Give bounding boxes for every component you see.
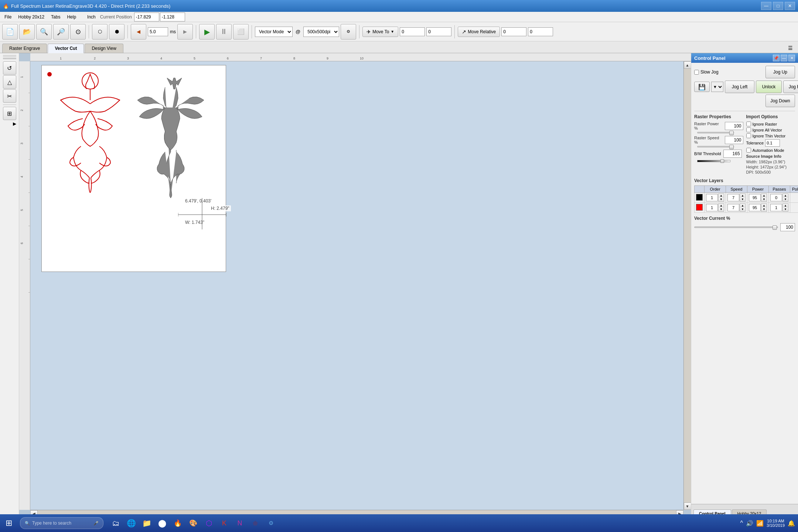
- tab-vector-cut[interactable]: Vector Cut: [48, 44, 84, 53]
- bw-slider[interactable]: [697, 160, 730, 162]
- speed-up-2[interactable]: ▲: [740, 204, 745, 208]
- menu-help[interactable]: Help: [64, 13, 79, 21]
- red-vector-shape[interactable]: [46, 71, 134, 196]
- power-input-1[interactable]: [749, 194, 761, 201]
- scroll-track-v[interactable]: [684, 69, 691, 502]
- gray-raster-shape[interactable]: [130, 76, 211, 198]
- bw-slider-thumb[interactable]: [720, 159, 724, 163]
- power-slider-thumb[interactable]: [729, 131, 734, 135]
- order-input-2[interactable]: [706, 204, 718, 211]
- passes-up-2[interactable]: ▲: [783, 204, 788, 208]
- order-down-2[interactable]: ▼: [719, 208, 724, 211]
- move-to-y-input[interactable]: [426, 27, 451, 36]
- speed-spin-2[interactable]: ▲ ▼: [740, 204, 746, 212]
- order-up-1[interactable]: ▲: [719, 194, 724, 198]
- speed-spin-1[interactable]: ▲ ▼: [740, 194, 746, 202]
- order-spin-1[interactable]: ▲ ▼: [718, 194, 724, 202]
- red-swatch[interactable]: [696, 204, 703, 211]
- power-slider[interactable]: [697, 132, 734, 133]
- y-coord-input[interactable]: [160, 13, 185, 21]
- jog-left-button[interactable]: Jog Left: [725, 81, 754, 93]
- save-button[interactable]: 💾: [694, 82, 710, 92]
- app1-button[interactable]: 🔥: [170, 514, 185, 532]
- dpi-settings-button[interactable]: ⚙: [341, 24, 356, 40]
- jog-up-button[interactable]: Jog Up: [765, 66, 795, 78]
- select-tool[interactable]: ↺: [3, 61, 16, 75]
- passes-input-1[interactable]: [770, 194, 782, 201]
- passes-spin-2[interactable]: ▲ ▼: [782, 204, 788, 212]
- chrome-button[interactable]: ⬤: [154, 514, 170, 532]
- vertical-scrollbar[interactable]: ▲ ▼: [683, 61, 691, 510]
- maximize-button[interactable]: □: [773, 2, 783, 10]
- vector-current-thumb[interactable]: [773, 225, 777, 230]
- stop-button[interactable]: ⬜: [233, 24, 249, 40]
- search-input[interactable]: [32, 521, 91, 526]
- passes-down-2[interactable]: ▼: [783, 208, 788, 211]
- edge-button[interactable]: 🌐: [123, 514, 139, 532]
- clock[interactable]: 10:19 AM 3/10/2019: [767, 519, 785, 528]
- ignore-thin-vector-checkbox[interactable]: [746, 133, 751, 138]
- black-swatch[interactable]: [696, 194, 703, 201]
- notifications-icon[interactable]: 🔔: [788, 520, 795, 527]
- vector-current-input[interactable]: [780, 223, 795, 231]
- slow-jog-checkbox[interactable]: [694, 70, 699, 75]
- speaker-icon[interactable]: 🔊: [746, 520, 753, 527]
- pause-button[interactable]: ⏸: [216, 24, 232, 40]
- slow-jog-checkbox-label[interactable]: Slow Jog: [694, 69, 719, 75]
- settings-icon[interactable]: ☰: [785, 43, 796, 53]
- app3-button[interactable]: ⬡: [201, 514, 216, 532]
- layer-color-black[interactable]: [695, 193, 705, 203]
- power-input-2[interactable]: [749, 204, 761, 211]
- speed-left-button[interactable]: ◀: [131, 24, 146, 40]
- power-spin-2[interactable]: ▲ ▼: [761, 204, 767, 212]
- tolerance-input[interactable]: [765, 139, 780, 147]
- vector-current-slider[interactable]: [694, 226, 778, 228]
- bw-input[interactable]: [723, 150, 742, 158]
- jog-right-button[interactable]: Jog Right: [783, 81, 798, 93]
- ms-value-input[interactable]: [148, 27, 168, 36]
- network-icon[interactable]: 📶: [756, 520, 764, 527]
- expand-button[interactable]: ▶: [3, 121, 16, 127]
- order-up-2[interactable]: ▲: [719, 204, 724, 208]
- menu-tabs[interactable]: Tabs: [48, 13, 63, 21]
- power-input[interactable]: [725, 122, 743, 130]
- search-bar[interactable]: 🔍 🎤: [20, 517, 103, 529]
- close-button[interactable]: ✕: [785, 2, 795, 10]
- cp-minimize-button[interactable]: —: [781, 55, 787, 61]
- speed-slider[interactable]: [697, 146, 734, 147]
- mode-select[interactable]: Vector Mode: [255, 27, 293, 37]
- power-up-2[interactable]: ▲: [761, 204, 767, 208]
- laser-app-button[interactable]: ⚙: [263, 514, 279, 532]
- tool-b[interactable]: ⬢: [109, 24, 125, 40]
- zoom-fit-button[interactable]: ⊙: [70, 24, 86, 40]
- power-down-1[interactable]: ▼: [761, 198, 767, 201]
- speed-input[interactable]: [725, 136, 743, 144]
- folder-button[interactable]: 📁: [139, 514, 154, 532]
- x-coord-input[interactable]: [134, 13, 159, 21]
- tray-arrow[interactable]: ^: [740, 520, 743, 526]
- jog-down-button[interactable]: Jog Down: [765, 95, 795, 107]
- menu-hobby[interactable]: Hobby 20x12: [15, 13, 47, 21]
- passes-down-1[interactable]: ▼: [783, 198, 788, 201]
- ruler-tool[interactable]: ⊞: [3, 107, 16, 120]
- move-to-button[interactable]: ✈ Move To ▼: [362, 27, 398, 37]
- app2-button[interactable]: 🎨: [185, 514, 201, 532]
- speed-slider-thumb[interactable]: [729, 145, 734, 149]
- cp-pin-button[interactable]: 📌: [773, 55, 780, 61]
- app4-button[interactable]: K: [216, 514, 232, 532]
- app6-button[interactable]: ⬟: [248, 514, 263, 532]
- order-input-1[interactable]: [706, 194, 718, 201]
- speed-input-2[interactable]: [727, 204, 739, 211]
- new-button[interactable]: 📄: [2, 24, 18, 40]
- zoom-in-button[interactable]: 🔍: [36, 24, 52, 40]
- speed-down-2[interactable]: ▼: [740, 208, 745, 211]
- move-tool[interactable]: △: [3, 75, 16, 89]
- app5-button[interactable]: N: [232, 514, 248, 532]
- speed-input-1[interactable]: [727, 194, 739, 201]
- speed-right-button[interactable]: ▶: [177, 24, 193, 40]
- move-to-x-input[interactable]: [400, 27, 425, 36]
- save-dropdown[interactable]: ▼: [711, 82, 723, 92]
- cp-close-button[interactable]: ✕: [788, 55, 795, 61]
- menu-file[interactable]: File: [1, 13, 14, 21]
- automation-mode-checkbox[interactable]: [746, 148, 751, 153]
